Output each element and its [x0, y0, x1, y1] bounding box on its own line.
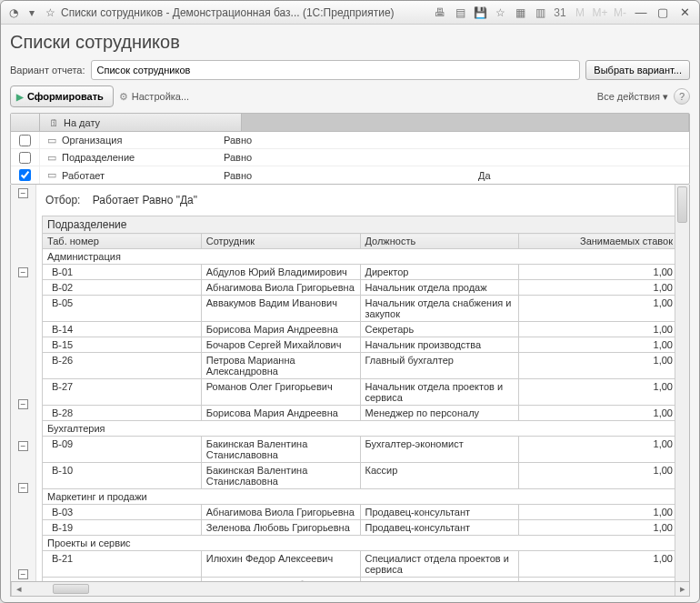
cell-emp: Абдулов Юрий Владимирович: [201, 265, 360, 280]
cell-num: В-15: [43, 337, 202, 353]
cell-num: В-19: [43, 520, 202, 536]
collapse-toggle[interactable]: −: [18, 441, 28, 451]
cell-num: В-03: [43, 505, 202, 520]
col-pos-header: Должность: [360, 234, 519, 249]
grid-icon[interactable]: ▦: [512, 5, 528, 21]
cell-pos: Специалист отдела проектов и сервиса: [360, 578, 519, 582]
group-row[interactable]: Маркетинг и продажи: [43, 489, 675, 505]
cell-num: В-26: [43, 353, 202, 379]
cell-emp: Абнагимова Виола Григорьевна: [201, 505, 360, 520]
outline-column: −−−−−−: [11, 185, 36, 581]
cell-emp: Абнагимова Виола Григорьевна: [201, 280, 360, 296]
cell-num: В-22: [43, 578, 202, 582]
save-icon[interactable]: 💾: [472, 5, 488, 21]
col-tab-header: Таб. номер: [43, 234, 202, 249]
filter-checkbox[interactable]: [19, 135, 31, 146]
m-icon[interactable]: M: [572, 5, 588, 21]
table-row[interactable]: В-19Зеленова Любовь ГригорьевнаПродавец-…: [43, 520, 675, 536]
collapse-toggle[interactable]: −: [18, 188, 28, 198]
cell-pos: Бухгалтер-экономист: [360, 437, 519, 463]
filter-checkbox[interactable]: [19, 152, 31, 164]
hscroll-right-arrow[interactable]: ▸: [675, 582, 689, 596]
table-row[interactable]: В-21Илюхин Федор АлексеевичСпециалист от…: [43, 551, 675, 578]
calc-icon[interactable]: ▥: [532, 5, 548, 21]
settings-link[interactable]: ⚙ Настройка...: [119, 91, 189, 103]
table-row[interactable]: В-09Бакинская Валентина СтаниславовнаБух…: [43, 437, 675, 463]
group-row[interactable]: Администрация: [43, 249, 675, 265]
vertical-scrollbar[interactable]: [675, 185, 689, 581]
collapse-toggle[interactable]: −: [18, 483, 28, 493]
table-row[interactable]: В-01Абдулов Юрий ВладимировичДиректор1,0…: [43, 265, 675, 280]
vscroll-thumb[interactable]: [677, 186, 687, 223]
close-button[interactable]: ✕: [675, 5, 694, 21]
m-minus-icon[interactable]: M-: [612, 5, 628, 21]
collapse-toggle[interactable]: −: [18, 267, 28, 277]
page-title: Списки сотрудников: [10, 32, 690, 53]
gear-icon: ⚙: [119, 91, 128, 103]
cell-emp: Бакинская Валентина Станиславовна: [201, 437, 360, 463]
dropdown-icon[interactable]: ▾: [25, 5, 39, 20]
horizontal-scrollbar[interactable]: ◂ ▸: [10, 582, 690, 597]
variant-input[interactable]: [91, 60, 581, 80]
variant-row: Вариант отчета: Выбрать вариант...: [10, 60, 690, 80]
favorite-icon[interactable]: ☆: [492, 5, 508, 21]
table-row[interactable]: В-15Бочаров Сергей МихайловичНачальник п…: [43, 337, 675, 353]
filter-row[interactable]: ▭РаботаетРавноДа: [11, 166, 689, 184]
table-row[interactable]: В-28Борисова Мария АндреевнаМенеджер по …: [43, 406, 675, 421]
collapse-toggle[interactable]: −: [18, 399, 28, 409]
col-rate-header: Занимаемых ставок: [519, 234, 675, 249]
choose-variant-button[interactable]: Выбрать вариант...: [585, 60, 690, 80]
table-row[interactable]: В-02Абнагимова Виола ГригорьевнаНачальни…: [43, 280, 675, 296]
help-button[interactable]: ?: [674, 88, 690, 105]
settings-label: Настройка...: [132, 91, 189, 102]
cell-pos: Начальник отдела продаж: [360, 280, 519, 296]
hscroll-track[interactable]: [25, 582, 675, 596]
filter-name: ▭Подразделение: [40, 152, 222, 164]
filter-label: Отбор:: [45, 194, 80, 206]
table-row[interactable]: В-03Абнагимова Виола ГригорьевнаПродавец…: [43, 505, 675, 520]
minimize-button[interactable]: —: [632, 5, 650, 21]
group-row[interactable]: Проекты и сервис: [43, 536, 675, 551]
cell-num: В-28: [43, 406, 202, 421]
cell-emp: Аввакумов Вадим Иванович: [201, 296, 360, 322]
table-row[interactable]: В-27Романов Олег ГригорьевичНачальник от…: [43, 379, 675, 406]
table-row[interactable]: В-14Борисова Мария АндреевнаСекретарь1,0…: [43, 322, 675, 337]
table-row[interactable]: В-05Аввакумов Вадим ИвановичНачальник от…: [43, 296, 675, 322]
filter-row[interactable]: ▭ПодразделениеРавно: [11, 149, 689, 166]
cell-rate: 1,00: [519, 322, 675, 337]
hscroll-left-arrow[interactable]: ◂: [11, 582, 25, 596]
table-row[interactable]: В-22Калинин Федор ЯкубовичСпециалист отд…: [43, 578, 675, 582]
group-row[interactable]: Бухгалтерия: [43, 421, 675, 437]
filter-name: ▭Работает: [40, 169, 222, 181]
cell-emp: Борисова Мария Андреевна: [201, 322, 360, 337]
maximize-button[interactable]: ▢: [654, 5, 672, 21]
all-actions-link[interactable]: Все действия ▾: [597, 91, 668, 103]
cell-pos: Начальник отдела проектов и сервиса: [360, 379, 519, 406]
cell-emp: Зеленова Любовь Григорьевна: [201, 520, 360, 536]
table-row[interactable]: В-10Бакинская Валентина СтаниславовнаКас…: [43, 463, 675, 489]
filter-value-cell: Да: [476, 170, 689, 181]
cell-emp: Калинин Федор Якубович: [201, 578, 360, 582]
form-button[interactable]: ▶ Сформировать: [10, 85, 114, 107]
filter-row[interactable]: ▭ОрганизацияРавно: [11, 132, 689, 149]
filter-checkbox-cell: [11, 149, 40, 166]
all-actions-label: Все действия: [597, 91, 660, 102]
star-icon[interactable]: ☆: [43, 5, 57, 20]
cell-rate: 1,00: [519, 337, 675, 353]
calendar-icon[interactable]: 31: [552, 5, 568, 21]
hscroll-thumb[interactable]: [53, 584, 89, 594]
cell-num: В-09: [43, 437, 202, 463]
m-plus-icon[interactable]: M+: [592, 5, 608, 21]
filter-condition: Равно: [222, 152, 476, 163]
filter-checkbox[interactable]: [19, 169, 31, 181]
app-logo-icon: ◔: [6, 5, 21, 20]
preview-icon[interactable]: ▤: [452, 5, 468, 21]
cell-pos: Начальник отдела снабжения и закупок: [360, 296, 519, 322]
report-wrap: −−−−−− Отбор: Работает Равно "Да" Подраз…: [10, 185, 690, 582]
group-name: Проекты и сервис: [43, 536, 675, 551]
cell-rate: 1,00: [519, 379, 675, 406]
collapse-toggle[interactable]: −: [18, 569, 28, 579]
table-row[interactable]: В-26Петрова Марианна АлександровнаГлавны…: [43, 353, 675, 379]
filter-header: 🗓 На дату: [11, 114, 689, 132]
print-icon[interactable]: 🖶: [432, 5, 448, 21]
